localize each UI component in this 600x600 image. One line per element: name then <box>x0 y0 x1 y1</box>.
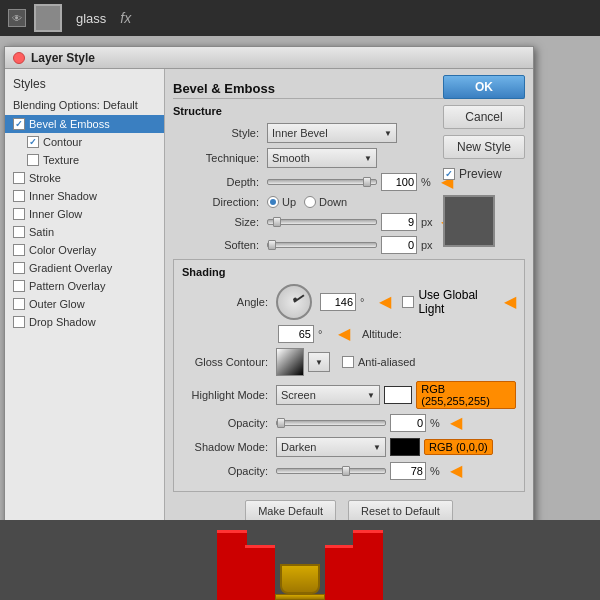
contour-dropdown-arrow-icon: ▼ <box>315 358 323 367</box>
sidebar-item-inner-shadow[interactable]: Inner Shadow <box>5 187 164 205</box>
make-default-button[interactable]: Make Default <box>245 500 336 522</box>
reset-default-button[interactable]: Reset to Default <box>348 500 453 522</box>
sidebar-item-bevel-emboss[interactable]: Bevel & Emboss <box>5 115 164 133</box>
contour-checkbox[interactable] <box>27 136 39 148</box>
visibility-icon[interactable]: 👁 <box>8 9 26 27</box>
technique-dropdown[interactable]: Smooth ▼ <box>267 148 377 168</box>
highlight-mode-dropdown[interactable]: Screen ▼ <box>276 385 380 405</box>
preview-label: Preview <box>459 167 502 181</box>
angle-label: Angle: <box>182 296 272 308</box>
soften-slider[interactable] <box>267 242 377 248</box>
highlight-opacity-row: Opacity: % ◀ <box>182 414 516 432</box>
inner-glow-checkbox[interactable] <box>13 208 25 220</box>
direction-up-option[interactable]: Up <box>267 196 296 208</box>
highlight-opacity-slider[interactable] <box>276 420 386 426</box>
contour-label: Contour <box>43 136 82 148</box>
direction-up-label: Up <box>282 196 296 208</box>
dropdown-arrow-icon: ▼ <box>384 129 392 138</box>
sidebar-item-drop-shadow[interactable]: Drop Shadow <box>5 313 164 331</box>
direction-down-option[interactable]: Down <box>304 196 347 208</box>
direction-down-radio[interactable] <box>304 196 316 208</box>
close-button[interactable] <box>13 52 25 64</box>
shadow-color-swatch[interactable] <box>390 438 420 456</box>
altitude-input[interactable] <box>278 325 314 343</box>
color-overlay-checkbox[interactable] <box>13 244 25 256</box>
anti-alias-label: Anti-aliased <box>358 356 415 368</box>
highlight-color-swatch[interactable] <box>384 386 412 404</box>
cancel-button[interactable]: Cancel <box>443 105 525 129</box>
bevel-emboss-checkbox[interactable] <box>13 118 25 130</box>
ok-button[interactable]: OK <box>443 75 525 99</box>
gloss-contour-row: Gloss Contour: ▼ Anti-aliased <box>182 348 516 376</box>
soften-input[interactable] <box>381 236 417 254</box>
shadow-mode-arrow-icon: ▼ <box>373 443 381 452</box>
pattern-overlay-label: Pattern Overlay <box>29 280 105 292</box>
sidebar-item-gradient-overlay[interactable]: Gradient Overlay <box>5 259 164 277</box>
style-dropdown[interactable]: Inner Bevel ▼ <box>267 123 397 143</box>
cup <box>280 564 320 594</box>
right-buttons-panel: OK Cancel New Style Preview <box>443 75 525 247</box>
pillar-mid-right <box>325 545 355 600</box>
shadow-opacity-label: Opacity: <box>182 465 272 477</box>
gloss-contour-label: Gloss Contour: <box>182 356 272 368</box>
fx-label: fx <box>120 10 131 26</box>
sidebar-item-inner-glow[interactable]: Inner Glow <box>5 205 164 223</box>
altitude-label: Altitude: <box>362 328 402 340</box>
new-style-button[interactable]: New Style <box>443 135 525 159</box>
sidebar-item-color-overlay[interactable]: Color Overlay <box>5 241 164 259</box>
size-input[interactable] <box>381 213 417 231</box>
sidebar-item-outer-glow[interactable]: Outer Glow <box>5 295 164 313</box>
sidebar-item-satin[interactable]: Satin <box>5 223 164 241</box>
gradient-overlay-checkbox[interactable] <box>13 262 25 274</box>
inner-shadow-checkbox[interactable] <box>13 190 25 202</box>
shadow-opacity-input[interactable] <box>390 462 426 480</box>
direction-up-radio[interactable] <box>267 196 279 208</box>
sidebar-item-pattern-overlay[interactable]: Pattern Overlay <box>5 277 164 295</box>
pattern-overlay-checkbox[interactable] <box>13 280 25 292</box>
altitude-arrow-annotation: ◀ <box>338 326 350 342</box>
angle-arrow-annotation: ◀ <box>379 294 391 310</box>
depth-slider[interactable] <box>267 179 377 185</box>
angle-dial[interactable] <box>276 284 312 320</box>
size-unit: px <box>421 216 437 228</box>
size-slider[interactable] <box>267 219 377 225</box>
angle-input[interactable] <box>320 293 356 311</box>
shadow-opacity-slider[interactable] <box>276 468 386 474</box>
highlight-mode-label: Highlight Mode: <box>182 389 272 401</box>
satin-checkbox[interactable] <box>13 226 25 238</box>
highlight-opacity-input[interactable] <box>390 414 426 432</box>
layer-style-dialog: Layer Style Styles Blending Options: Def… <box>4 46 534 591</box>
layer-thumbnail <box>34 4 62 32</box>
sidebar-item-contour[interactable]: Contour <box>5 133 164 151</box>
contour-thumbnail[interactable] <box>276 348 304 376</box>
highlight-mode-row: Highlight Mode: Screen ▼ RGB (255,255,25… <box>182 381 516 409</box>
texture-checkbox[interactable] <box>27 154 39 166</box>
shadow-mode-dropdown[interactable]: Darken ▼ <box>276 437 386 457</box>
shading-title: Shading <box>182 266 516 278</box>
satin-label: Satin <box>29 226 54 238</box>
highlight-opacity-unit: % <box>430 417 446 429</box>
preview-checkbox[interactable] <box>443 168 455 180</box>
outer-glow-checkbox[interactable] <box>13 298 25 310</box>
use-global-light-checkbox[interactable] <box>402 296 414 308</box>
inner-shadow-label: Inner Shadow <box>29 190 97 202</box>
blending-options-header[interactable]: Blending Options: Default <box>5 95 164 115</box>
color-overlay-label: Color Overlay <box>29 244 96 256</box>
stroke-checkbox[interactable] <box>13 172 25 184</box>
contour-dropdown[interactable]: ▼ <box>308 352 330 372</box>
highlight-opacity-label: Opacity: <box>182 417 272 429</box>
highlight-opacity-arrow: ◀ <box>450 415 462 431</box>
sidebar-item-stroke[interactable]: Stroke <box>5 169 164 187</box>
styles-header[interactable]: Styles <box>5 73 164 95</box>
depth-input[interactable] <box>381 173 417 191</box>
sidebar-item-texture[interactable]: Texture <box>5 151 164 169</box>
dialog-title-bar: Layer Style <box>5 47 533 69</box>
soften-unit: px <box>421 239 437 251</box>
use-global-light-label: Use Global Light <box>418 288 500 316</box>
stroke-label: Stroke <box>29 172 61 184</box>
drop-shadow-label: Drop Shadow <box>29 316 96 328</box>
drop-shadow-checkbox[interactable] <box>13 316 25 328</box>
use-global-light-row: Use Global Light ◀ <box>402 288 516 316</box>
style-label: Style: <box>173 127 263 139</box>
anti-alias-checkbox[interactable] <box>342 356 354 368</box>
